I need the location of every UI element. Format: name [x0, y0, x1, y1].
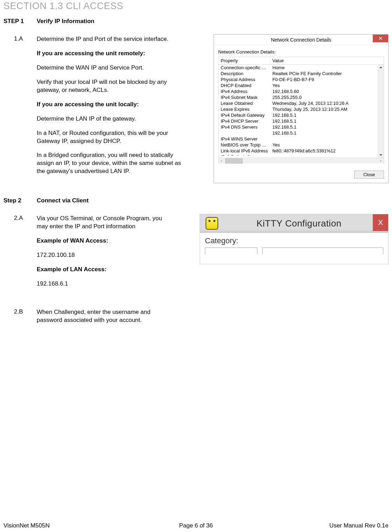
value-cell: Wednesday, July 24, 2013 12:10:26 A — [270, 100, 384, 106]
kitty-configuration-window: KiTTY Configuration X Category: — [200, 214, 389, 264]
property-cell — [219, 130, 270, 136]
ncd-table: Property Value Connection-specific DN...… — [218, 57, 384, 164]
table-row[interactable]: Link-local IPv6 Addressfe80::4879:f49d:a… — [219, 148, 384, 154]
text: Determine the WAN IP and Service Port. — [37, 64, 187, 72]
scroll-thumb[interactable] — [225, 158, 243, 164]
ncd-titlebar[interactable]: Network Connection Details ✕ — [214, 35, 388, 45]
value-cell: Thursday, July 25, 2013 12:10:25 AM — [270, 106, 384, 112]
table-row[interactable]: IPv4 DHCP Server192.168.5.1 — [219, 118, 384, 124]
value-cell: Yes — [270, 142, 384, 148]
page-footer: VisionNet M505N Page 6 of 36 User Manual… — [3, 522, 389, 529]
value-cell: Realtek PCIe FE Family Controller — [270, 71, 384, 77]
property-cell: IPv4 DNS Servers — [219, 124, 270, 130]
ncd-col-property[interactable]: Property — [219, 57, 270, 64]
text: Determine the IP and Port of the service… — [37, 35, 187, 43]
property-cell: DHCP Enabled — [219, 82, 270, 88]
step2-header: Step 2 Connect via Client — [3, 197, 389, 204]
kitty-icon — [206, 217, 218, 230]
step2a-body: Via your OS Terminal, or Console Program… — [37, 215, 173, 294]
step1a-body: Determine the IP and Port of the service… — [37, 35, 187, 183]
table-row[interactable]: DescriptionRealtek PCIe FE Family Contro… — [219, 71, 384, 77]
step2-label: Step 2 — [3, 197, 37, 204]
table-row[interactable]: DHCP EnabledYes — [219, 82, 384, 88]
footer-right: User Manual Rev 0.1e — [260, 522, 389, 529]
heading-local: If you are accessing the unit locally: — [37, 101, 187, 109]
text: Via your OS Terminal, or Console Program… — [37, 215, 173, 231]
value-cell — [270, 136, 384, 142]
property-cell: Physical Address — [219, 77, 270, 82]
property-cell: IPv4 Default Gateway — [219, 112, 270, 118]
table-row[interactable]: IPv4 Address192.168.5.60 — [219, 88, 384, 94]
text: Determine the LAN IP of the gateway. — [37, 115, 187, 123]
value-cell: Yes — [270, 82, 384, 88]
ncd-title: Network Connection Details — [271, 37, 332, 43]
section-title: SECTION 1.3 CLI ACCESS — [3, 1, 389, 12]
step2b-label: 2.B — [14, 308, 37, 331]
ncd-caption: Network Connection Details: — [218, 49, 384, 55]
property-cell: IPv4 WINS Server — [219, 136, 270, 142]
property-cell: Lease Obtained — [219, 100, 270, 106]
wan-ip: 172.20.100.18 — [37, 251, 173, 259]
table-row[interactable]: IPv4 WINS Server — [219, 136, 384, 142]
table-row[interactable]: Physical AddressF0-DE-F1-BD-B7-F9 — [219, 77, 384, 82]
value-cell: 192.168.5.60 — [270, 88, 384, 94]
step2a-label: 2.A — [14, 215, 37, 294]
step1-title: Verify IP Information — [37, 18, 94, 25]
heading-wan-example: Example of WAN Access: — [37, 237, 173, 245]
value-cell: fe80::4879:f49d:a6c5:3381%12 — [270, 148, 384, 154]
table-row[interactable]: Connection-specific DN...Home — [219, 65, 384, 71]
heading-remote: If you are accessing the unit remotely: — [37, 50, 187, 58]
step2b-body: When Challenged, enter the username and … — [37, 308, 173, 331]
table-row[interactable]: IPv4 DNS Servers192.168.5.1 — [219, 124, 384, 130]
kitty-title: KiTTY Configuration — [224, 218, 388, 229]
value-cell: F0-DE-F1-BD-B7-F9 — [270, 77, 384, 82]
property-cell: Lease Expires — [219, 106, 270, 112]
footer-center: Page 6 of 36 — [132, 522, 260, 529]
close-button[interactable]: Close — [354, 171, 384, 179]
heading-lan-example: Example of LAN Access: — [37, 266, 173, 274]
table-row[interactable]: IPv4 Subnet Mask255.255.255.0 — [219, 94, 384, 100]
property-cell: Link-local IPv6 Address — [219, 148, 270, 154]
text: In a Bridged configuration, you will nee… — [37, 151, 187, 175]
step1-header: STEP 1 Verify IP Information — [3, 18, 389, 25]
kitty-category-tree[interactable] — [205, 247, 257, 254]
scroll-left-icon[interactable]: ‹ — [219, 158, 224, 164]
property-cell: IPv4 DHCP Server — [219, 118, 270, 124]
step1a-label: 1.A — [14, 35, 37, 183]
value-cell: 192.168.5.1 — [270, 124, 384, 130]
step2-title: Connect via Client — [37, 197, 88, 204]
vertical-scrollbar[interactable] — [378, 65, 384, 158]
property-cell: Description — [219, 71, 270, 77]
table-row[interactable]: 192.168.5.1 — [219, 130, 384, 136]
value-cell: 192.168.5.1 — [270, 118, 384, 124]
table-row[interactable]: Lease ExpiresThursday, July 25, 2013 12:… — [219, 106, 384, 112]
property-cell: NetBIOS over Tcpip En... — [219, 142, 270, 148]
table-row[interactable]: IPv4 Default Gateway192.168.5.1 — [219, 112, 384, 118]
close-icon[interactable]: ✕ — [373, 35, 388, 42]
table-row[interactable]: IPv6 Default Gateway — [219, 154, 384, 156]
text: In a NAT, or Routed configuration, this … — [37, 129, 187, 145]
value-cell: 255.255.255.0 — [270, 94, 384, 100]
value-cell: Home — [270, 65, 384, 71]
value-cell — [270, 154, 384, 156]
ncd-col-value[interactable]: Value — [270, 57, 384, 64]
table-row[interactable]: Lease ObtainedWednesday, July 24, 2013 1… — [219, 100, 384, 106]
lan-ip: 192.168.6.1 — [37, 280, 173, 288]
property-cell: IPv4 Address — [219, 88, 270, 94]
horizontal-scrollbar[interactable]: ‹ › — [219, 158, 384, 164]
kitty-category-label: Category: — [205, 236, 383, 245]
text: When Challenged, enter the username and … — [37, 308, 173, 324]
property-cell: IPv6 Default Gateway — [219, 154, 270, 156]
kitty-settings-panel[interactable] — [262, 247, 383, 254]
network-connection-details-window: Network Connection Details ✕ Network Con… — [214, 34, 389, 183]
footer-left: VisionNet M505N — [3, 522, 132, 529]
property-cell: Connection-specific DN... — [219, 65, 270, 71]
kitty-titlebar[interactable]: KiTTY Configuration X — [200, 214, 389, 233]
table-row[interactable]: NetBIOS over Tcpip En...Yes — [219, 142, 384, 148]
text: Verify that your local IP will not be bl… — [37, 78, 187, 94]
property-cell: IPv4 Subnet Mask — [219, 94, 270, 100]
scroll-right-icon[interactable]: › — [378, 158, 384, 164]
value-cell: 192.168.5.1 — [270, 112, 384, 118]
close-icon[interactable]: X — [373, 214, 388, 231]
step1-label: STEP 1 — [3, 18, 37, 25]
